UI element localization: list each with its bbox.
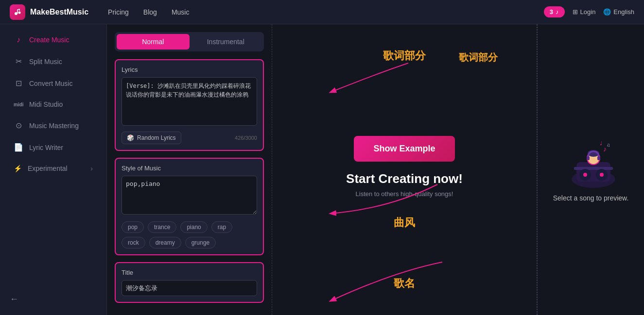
annotation-style-text: 曲风 — [394, 216, 415, 230]
sidebar-label-convert-music: Convert Music — [29, 80, 72, 87]
sidebar-bottom: ← — [0, 288, 106, 310]
svg-rect-13 — [574, 167, 613, 170]
experimental-label: Experimental — [28, 165, 68, 172]
annotation-title-text: 歌名 — [394, 276, 415, 291]
convert-music-icon: ⊡ — [14, 79, 23, 88]
sidebar-item-music-mastering[interactable]: ⊙ Music Mastering — [4, 115, 103, 136]
experimental-icon: ⚡ — [14, 165, 22, 172]
tag-piano[interactable]: piano — [180, 221, 207, 233]
experimental-left: ⚡ Experimental — [14, 165, 68, 172]
style-tags: pop trance piano rap rock dreamy grunge — [122, 221, 257, 249]
logo-area: MakeBestMusic — [10, 4, 88, 20]
sidebar-item-lyric-writer[interactable]: 📄 Lyric Writer — [4, 137, 103, 158]
lyrics-footer: 🎲 Random Lyrics 426/3000 — [122, 132, 257, 144]
sidebar: ♪ Create Music ✂ Split Music ⊡ Convert M… — [0, 24, 107, 315]
show-example-button[interactable]: Show Example — [354, 136, 454, 162]
svg-point-1 — [18, 11, 21, 14]
svg-text:♫: ♫ — [607, 142, 610, 148]
subtitle-text: Listen to others high-quality songs! — [356, 190, 453, 198]
sidebar-label-lyric-writer: Lyric Writer — [29, 144, 63, 151]
tag-rock[interactable]: rock — [122, 237, 145, 249]
middle-panel: 歌词部分 歌词部分 曲风 歌名 — [272, 24, 537, 315]
title-label: Title — [122, 269, 257, 276]
credits-icon: ♪ — [556, 8, 559, 16]
style-label: Style of Music — [122, 165, 257, 172]
preview-panel: ♪ ♫ ♩ Select a song to preview. — [537, 24, 644, 315]
lyrics-section: Lyrics 🎲 Random Lyrics 426/3000 — [115, 59, 264, 151]
tag-dreamy[interactable]: dreamy — [149, 237, 181, 249]
title-section: Title — [115, 262, 264, 303]
nav-blog[interactable]: Blog — [143, 8, 157, 16]
header-right: 3 ♪ ⊞ Login 🌐 English — [544, 6, 634, 17]
mode-instrumental-button[interactable]: Instrumental — [190, 34, 262, 50]
content-area: Normal Instrumental Lyrics 🎲 Random Lyri… — [107, 24, 644, 315]
title-input[interactable] — [122, 280, 257, 296]
mode-toggle: Normal Instrumental — [115, 32, 264, 51]
tag-trance[interactable]: trance — [148, 221, 176, 233]
tag-rap[interactable]: rap — [211, 221, 232, 233]
sidebar-item-convert-music[interactable]: ⊡ Convert Music — [4, 73, 103, 94]
svg-point-15 — [583, 173, 587, 177]
login-button[interactable]: ⊞ Login — [573, 8, 596, 16]
sidebar-label-split-music: Split Music — [29, 58, 62, 66]
credits-count: 3 — [550, 8, 553, 16]
sidebar-label-midi-studio: Midi Studio — [29, 100, 63, 108]
main-layout: ♪ Create Music ✂ Split Music ⊡ Convert M… — [0, 24, 644, 315]
nav-items: Pricing Blog Music — [108, 8, 544, 16]
split-music-icon: ✂ — [14, 57, 23, 66]
language-button[interactable]: 🌐 English — [603, 8, 634, 16]
credits-badge: 3 ♪ — [544, 6, 565, 17]
svg-rect-9 — [597, 156, 600, 160]
mode-normal-button[interactable]: Normal — [117, 34, 190, 50]
preview-illustration: ♪ ♫ ♩ — [567, 138, 615, 186]
tag-grunge[interactable]: grunge — [185, 237, 216, 249]
style-textarea[interactable] — [122, 176, 257, 215]
svg-point-0 — [15, 12, 17, 15]
sidebar-item-split-music[interactable]: ✂ Split Music — [4, 51, 103, 72]
annotation-lyrics: 歌词部分 — [459, 51, 498, 64]
random-lyrics-button[interactable]: 🎲 Random Lyrics — [122, 132, 181, 144]
form-panel: Normal Instrumental Lyrics 🎲 Random Lyri… — [107, 24, 272, 315]
sidebar-item-create-music[interactable]: ♪ Create Music — [4, 30, 103, 50]
annotation-lyrics-text: 歌词部分 — [383, 49, 426, 63]
nav-music[interactable]: Music — [172, 8, 190, 16]
char-count: 426/3000 — [235, 135, 257, 141]
tag-pop[interactable]: pop — [122, 221, 144, 233]
header: MakeBestMusic Pricing Blog Music 3 ♪ ⊞ L… — [0, 0, 644, 24]
annotation-arrows — [272, 24, 537, 315]
logo-icon — [10, 4, 25, 20]
chevron-right-icon: › — [90, 165, 93, 172]
lyrics-label: Lyrics — [122, 66, 257, 73]
back-button[interactable]: ← — [10, 294, 18, 304]
sidebar-label-music-mastering: Music Mastering — [29, 122, 79, 130]
start-creating-heading: Start Creating now! — [346, 171, 463, 186]
lyric-icon: 📄 — [14, 143, 23, 152]
sidebar-item-midi-studio[interactable]: midi Midi Studio — [4, 95, 103, 114]
svg-text:♪: ♪ — [603, 145, 607, 153]
nav-pricing[interactable]: Pricing — [108, 8, 129, 16]
midi-icon: midi — [14, 102, 23, 107]
preview-text: Select a song to preview. — [553, 194, 629, 202]
svg-point-17 — [600, 173, 604, 177]
logo-text: MakeBestMusic — [30, 8, 88, 17]
svg-rect-8 — [587, 156, 590, 160]
svg-text:♩: ♩ — [600, 140, 602, 146]
style-section: Style of Music pop trance piano rap rock… — [115, 158, 264, 255]
lyrics-textarea[interactable] — [122, 77, 257, 126]
sidebar-item-experimental[interactable]: ⚡ Experimental › — [4, 159, 103, 178]
dice-icon: 🎲 — [127, 134, 134, 141]
create-music-icon: ♪ — [14, 35, 23, 44]
sidebar-label-create-music: Create Music — [29, 36, 69, 44]
mastering-icon: ⊙ — [14, 121, 23, 130]
